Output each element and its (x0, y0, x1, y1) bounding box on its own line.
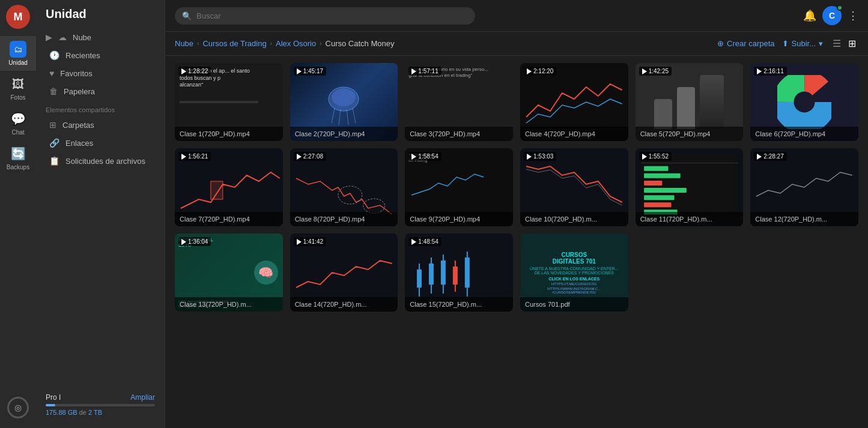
file-card[interactable]: 2:12:20Clase 4(720P_HD).mp4 (520, 63, 628, 141)
sidebar-item-chat[interactable]: 💬 Chat (0, 106, 36, 140)
svg-rect-26 (429, 264, 434, 285)
play-icon (297, 154, 302, 160)
svg-rect-17 (644, 173, 681, 178)
nav-item-recientes[interactable]: 🕐 Recientes (40, 46, 161, 64)
breadcrumb-cursos[interactable]: Cursos de Trading (202, 39, 266, 48)
file-name: Clase 15(720P_HD).m... (405, 297, 513, 312)
file-thumbnail: 1:53:03Clase 10(720P_HD).m... (520, 148, 628, 226)
create-folder-button[interactable]: ⊕ Crear carpeta (717, 39, 774, 48)
duration-badge: 1:55:52 (639, 152, 672, 161)
nav-item-solicitudes[interactable]: 📋 Solicitudes de archivos (40, 152, 161, 170)
file-card[interactable]: Herramientasde trading1:58:54Clase 9(720… (405, 148, 513, 226)
file-thumbnail: Herramientasde trading1:58:54Clase 9(720… (405, 148, 513, 226)
chat-label: Chat (11, 129, 24, 136)
breadcrumb-nube[interactable]: Nube (175, 39, 193, 48)
chevron-right-icon: ▶ (46, 32, 52, 42)
file-card[interactable]: 1:42:25Clase 5(720P_HD).mp4 (636, 63, 744, 141)
grid-view-button[interactable]: ⊞ (846, 37, 858, 50)
search-input[interactable] (175, 7, 475, 25)
file-name: Clase 13(720P_HD).m... (175, 297, 283, 312)
nav-favoritos-label: Favoritos (60, 69, 92, 78)
file-card[interactable]: 2:27:08Clase 8(720P_HD).mp4 (290, 148, 398, 226)
nav-item-papelera[interactable]: 🗑 Papelera (40, 82, 161, 100)
breadcrumb-alex[interactable]: Alex Osorio (276, 39, 316, 48)
backups-icon: 🔄 (10, 145, 26, 162)
svg-rect-32 (453, 267, 458, 285)
sidebar-item-unidad[interactable]: 🗂 Unidad (0, 36, 36, 71)
file-card[interactable]: 1:41:42Clase 14(720P_HD).m... (290, 234, 398, 312)
breadcrumb-bar: Nube › Cursos de Trading › Alex Osorio ›… (165, 32, 868, 56)
svg-rect-19 (644, 188, 687, 193)
upload-chevron-icon: ▾ (819, 39, 823, 48)
list-view-button[interactable]: ☰ (830, 37, 843, 50)
breadcrumb-actions: ⊕ Crear carpeta ⬆ Subir... ▾ ☰ ⊞ (717, 37, 858, 50)
fotos-label: Fotos (10, 94, 25, 101)
duration-badge: 1:28:22 (178, 67, 211, 76)
file-card[interactable]: 1:55:52Clase 11(720P_HD).m... (636, 148, 744, 226)
file-name: Clase 8(720P_HD).mp4 (290, 212, 398, 226)
file-name: Clase 7(720P_HD).mp4 (175, 212, 283, 226)
file-name: Clase 4(720P_HD).mp4 (520, 127, 628, 141)
nav-nube-label: Nube (73, 33, 91, 42)
file-card[interactable]: 1:56:21Clase 7(720P_HD).mp4 (175, 148, 283, 226)
ampliar-link[interactable]: Ampliar (130, 393, 155, 402)
duration-badge: 2:12:20 (524, 67, 556, 76)
storage-info: Pro I Ampliar 175.88 GB de 2 TB (36, 388, 165, 421)
file-card[interactable]: 2:16:11Clase 6(720P_HD).mp4 (750, 63, 858, 141)
main-content: 🔍 🔔 C ⋮ Nube › Cursos de Trading › Alex … (165, 0, 868, 428)
file-thumbnail: 2:28:27Clase 12(720P_HD).m... (750, 148, 858, 226)
file-card[interactable]: 1:45:17Clase 2(720P_HD).mp4 (290, 63, 398, 141)
file-card[interactable]: "Sólo cuando el ap... el santotodos busc… (175, 63, 283, 141)
duration-badge: 1:45:17 (294, 67, 326, 76)
file-thumbnail: CURSOSDIGITALES 701ÚNETE A NUESTRA COMUN… (520, 234, 628, 312)
breadcrumb-sep-1: › (197, 40, 199, 47)
breadcrumb-sep-2: › (270, 40, 272, 47)
svg-rect-24 (419, 264, 420, 270)
duration-badge: 2:28:27 (754, 152, 786, 161)
svg-rect-27 (431, 258, 432, 264)
svg-line-4 (347, 109, 348, 125)
file-card[interactable]: 1:53:03Clase 10(720P_HD).m... (520, 148, 628, 226)
storage-circle-icon[interactable]: ◎ (7, 397, 29, 418)
duration-badge: 2:16:11 (754, 67, 786, 76)
avatar[interactable]: C (822, 6, 842, 25)
search-icon: 🔍 (182, 11, 192, 20)
nav-item-favoritos[interactable]: ♥ Favoritos (40, 64, 161, 82)
play-icon (411, 68, 416, 74)
nav-recientes-label: Recientes (65, 51, 100, 60)
file-card[interactable]: 2:28:27Clase 12(720P_HD).m... (750, 148, 858, 226)
duration-badge: 1:36:04 (178, 237, 211, 246)
storage-text: 175.88 GB de 2 TB (46, 409, 155, 416)
file-card[interactable]: ...ece de equilibrio en su vida perso...… (405, 63, 513, 141)
breadcrumb-sep-3: › (320, 40, 321, 47)
file-thumbnail: "Sólo cuando el ap... el santotodos busc… (175, 63, 283, 141)
sidebar-item-backups[interactable]: 🔄 Backups (0, 140, 36, 175)
play-icon (527, 154, 532, 160)
file-name: Clase 10(720P_HD).m... (520, 212, 628, 226)
svg-rect-34 (455, 285, 456, 292)
unidad-icon: 🗂 (10, 41, 26, 58)
bell-icon[interactable]: 🔔 (803, 9, 816, 22)
file-thumbnail: PROFESIONALESTOción del sistema de tradi… (175, 234, 283, 312)
svg-point-9 (795, 93, 813, 111)
file-thumbnail: 2:27:08Clase 8(720P_HD).mp4 (290, 148, 398, 226)
nav-item-carpetas[interactable]: ⊞ Carpetas (40, 116, 161, 134)
file-card[interactable]: 1:48:54Clase 15(720P_HD).m... (405, 234, 513, 312)
play-icon (411, 239, 416, 245)
nav-item-enlaces[interactable]: 🔗 Enlaces (40, 134, 161, 152)
file-name: Clase 2(720P_HD).mp4 (290, 127, 398, 141)
more-options-icon[interactable]: ⋮ (848, 9, 858, 22)
search-box: 🔍 (175, 7, 475, 25)
file-card[interactable]: PROFESIONALESTOción del sistema de tradi… (175, 234, 283, 312)
duration-badge: 1:48:54 (408, 237, 441, 246)
view-toggle: ☰ ⊞ (830, 37, 858, 50)
chat-icon: 💬 (10, 110, 26, 127)
nav-item-nube[interactable]: ▶ ☁ Nube (40, 28, 161, 46)
sidebar-item-fotos[interactable]: 🖼 Fotos (0, 71, 36, 106)
upload-button[interactable]: ⬆ Subir... ▾ (782, 39, 823, 48)
icon-bottom: ◎ (0, 397, 36, 428)
file-name: Cursos 701.pdf (520, 297, 628, 312)
play-icon (411, 154, 416, 160)
file-card[interactable]: CURSOSDIGITALES 701ÚNETE A NUESTRA COMUN… (520, 234, 628, 312)
file-thumbnail: 1:56:21Clase 7(720P_HD).mp4 (175, 148, 283, 226)
